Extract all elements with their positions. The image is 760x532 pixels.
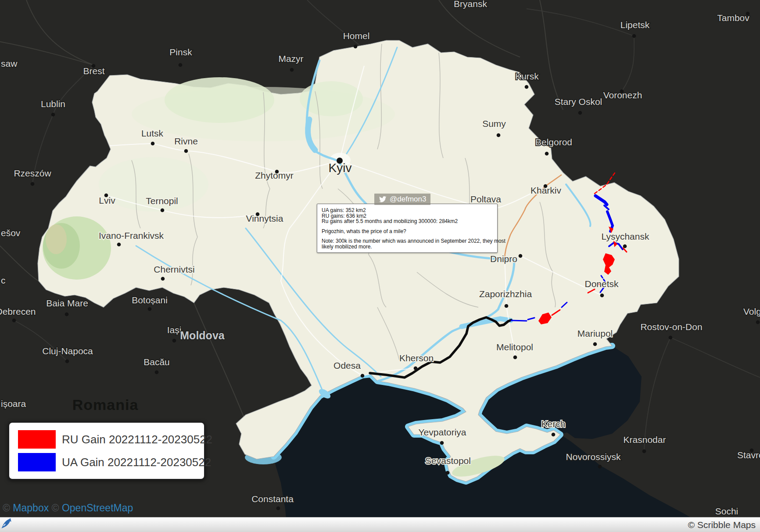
legend-row: RU Gain 20221112-20230522 <box>18 430 195 449</box>
city-dot <box>161 208 165 212</box>
map-label-novorossiysk: Novorossiysk <box>566 452 621 462</box>
city-dot <box>505 304 509 308</box>
map-label-cluj-napoca: Cluj-Napoca <box>42 346 93 356</box>
city-dot <box>440 441 444 445</box>
map-label-tambov: Tambov <box>717 13 749 23</box>
bottom-bar: © Scribble Maps <box>0 517 760 532</box>
city-dot <box>151 142 155 146</box>
map-label-stary-oskol: Stary Oskol <box>555 97 602 107</box>
copyright-symbol: © <box>52 502 59 514</box>
twitter-watermark: @defmon3 <box>374 194 430 205</box>
map-label-constanta: Constanta <box>251 494 294 504</box>
city-dot <box>552 433 556 437</box>
city-dot <box>65 313 69 316</box>
map-label-e-ov: ešov <box>1 228 21 238</box>
city-dot <box>148 307 152 311</box>
city-dot <box>598 465 602 469</box>
legend-swatch <box>18 430 56 449</box>
map-label-poltava: Poltava <box>470 194 501 204</box>
city-dot <box>65 359 69 363</box>
city-dot <box>623 244 627 248</box>
map-label-vinnytsia: Vinnytsia <box>246 213 283 223</box>
note-line: likely mobilized more. <box>322 244 493 250</box>
map-label-stavro: Stavro <box>737 450 760 460</box>
city-dot <box>746 12 750 16</box>
note-line: Prigozhin, whats the price of a mile? <box>322 229 493 234</box>
map-label-lipetsk: Lipetsk <box>620 20 650 30</box>
city-dot <box>337 158 343 164</box>
map-label-lublin: Lublin <box>41 99 65 109</box>
city-dot <box>578 111 582 115</box>
scribble-maps-link[interactable]: © Scribble Maps <box>688 520 756 530</box>
map-label-melitopol: Melitopol <box>496 342 533 352</box>
map-label-belgorod: Belgorod <box>535 137 572 147</box>
map-label-rostov-on-don: Rostov-on-Don <box>640 322 702 332</box>
map-label-saw: saw <box>1 58 18 68</box>
map-label-c: c <box>1 275 6 285</box>
note-line: UA gains: 352 km2 <box>322 208 493 213</box>
legend-label: UA Gain 20221112-20230522 <box>62 456 211 469</box>
map-label-boto-ani: Botoșani <box>132 295 168 305</box>
map-label-i-oara: ișoara <box>1 399 26 409</box>
map-label-bryansk: Bryansk <box>454 0 487 9</box>
city-dot <box>172 339 176 343</box>
city-dot <box>184 149 188 153</box>
city-dot <box>620 90 624 93</box>
map-label-romania: Romania <box>72 396 139 413</box>
scribble-pen-icon[interactable] <box>0 518 12 529</box>
note-line <box>322 224 493 229</box>
map-label-donetsk: Donetsk <box>584 279 619 289</box>
map-label-moldova: Moldova <box>180 329 225 341</box>
map-label-mariupol: Mariupol <box>577 328 613 338</box>
copyright-symbol: © <box>3 502 10 514</box>
map-label-mazyr: Mazyr <box>278 54 303 64</box>
city-dot <box>642 449 646 453</box>
map-label-bac-u: Bacău <box>143 357 170 367</box>
openstreetmap-link[interactable]: OpenStreetMap <box>62 502 133 514</box>
city-dot <box>12 319 16 323</box>
city-dot <box>354 45 358 49</box>
map-label-volgo: Volgo <box>743 306 760 316</box>
map-label-kherson: Kherson <box>399 353 434 363</box>
note-line: Ru gains after 5.5 months and mobilizing… <box>322 219 493 224</box>
map-label-baia-mare: Baia Mare <box>46 298 88 308</box>
map-label-dnipro: Dnipro <box>490 254 517 264</box>
twitter-bird-icon <box>379 195 387 203</box>
city-dot <box>632 34 636 38</box>
map-label-pinsk: Pinsk <box>169 47 192 57</box>
city-dot <box>290 68 294 72</box>
city-dot <box>117 243 121 247</box>
map-label-yevpatoriya: Yevpatoriya <box>419 427 466 437</box>
map-label-kerch: Kerch <box>541 419 566 429</box>
city-dot <box>519 254 523 258</box>
city-dot <box>544 184 548 188</box>
city-dot <box>513 356 517 359</box>
map-label-homel: Homel <box>343 31 370 41</box>
map-label-sumy: Sumy <box>482 119 506 129</box>
map-label-kursk: Kursk <box>515 71 539 81</box>
map-label-zhytomyr: Zhytomyr <box>255 170 294 180</box>
city-dot <box>414 367 418 370</box>
map-label-rzesz-w: Rzeszów <box>14 168 51 178</box>
city-dot <box>31 182 35 186</box>
city-dot <box>161 277 165 281</box>
map-label-lysychansk: Lysychansk <box>602 231 649 241</box>
map-label-ternopil: Ternopil <box>146 196 178 206</box>
map-label-sochi: Sochi <box>715 506 738 516</box>
city-dot <box>104 194 108 198</box>
city-dot <box>669 336 673 340</box>
map-label-krasnodar: Krasnodar <box>624 435 666 445</box>
map-label-rivne: Rivne <box>174 136 198 146</box>
city-dot <box>525 85 529 89</box>
city-dot <box>750 449 754 453</box>
legend-row: UA Gain 20221112-20230522 <box>18 453 195 471</box>
city-dot <box>179 63 183 67</box>
note-line: Note: 300k is the number which was annou… <box>322 238 493 244</box>
map-label-odesa: Odesa <box>333 360 361 370</box>
city-dot <box>155 370 159 374</box>
city-dot <box>545 152 549 156</box>
map-attribution: © Mapbox © OpenStreetMap <box>3 502 133 514</box>
legend-label: RU Gain 20221112-20230522 <box>62 433 212 446</box>
mapbox-link[interactable]: Mapbox <box>13 502 49 514</box>
legend-swatch <box>18 453 56 471</box>
